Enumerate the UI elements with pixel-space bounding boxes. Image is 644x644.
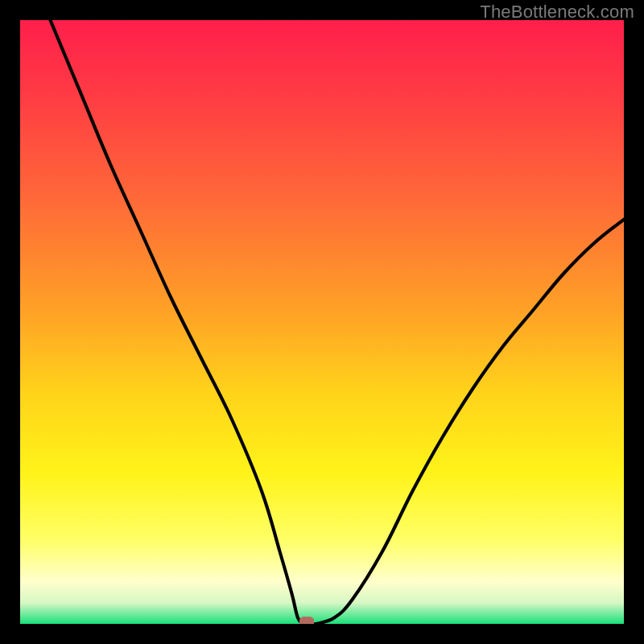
curve-path <box>51 20 625 624</box>
watermark-label: TheBottleneck.com <box>480 2 634 23</box>
plot-area <box>20 20 624 624</box>
bottleneck-curve <box>20 20 624 624</box>
min-marker <box>299 617 314 624</box>
chart-frame: TheBottleneck.com <box>0 0 644 644</box>
